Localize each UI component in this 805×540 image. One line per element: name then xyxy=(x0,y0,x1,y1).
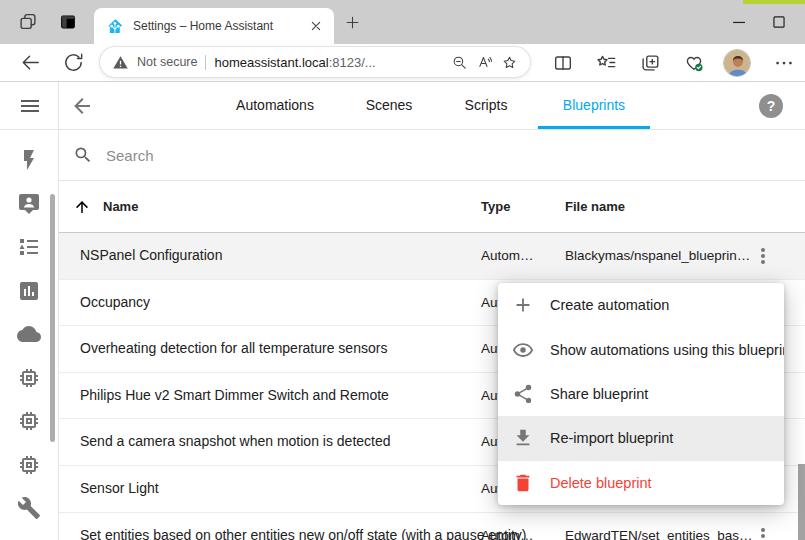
table-header: Name Type File name xyxy=(59,181,805,233)
workspace-accent-strip xyxy=(743,0,805,4)
sidebar-item-hardware-3[interactable] xyxy=(17,453,41,477)
plus-icon xyxy=(512,294,534,316)
eye-icon xyxy=(512,339,534,361)
table-row[interactable]: NSPanel ConfigurationAutom…Blackymas/nsp… xyxy=(59,233,805,280)
search-bar[interactable] xyxy=(59,130,805,181)
browser-titlebar: Settings – Home Assistant xyxy=(0,0,805,44)
favorites-icon[interactable] xyxy=(595,52,617,74)
tab-actions-icon[interactable] xyxy=(57,11,79,33)
column-header-type[interactable]: Type xyxy=(481,181,510,232)
menu-item-label: Re-import blueprint xyxy=(550,430,673,446)
sidebar-item-hardware-1[interactable] xyxy=(17,366,41,390)
sidebar-item-cloud[interactable] xyxy=(17,322,41,346)
menu-item-re-import-blueprint[interactable]: Re-import blueprint xyxy=(498,416,784,460)
tab-scenes[interactable]: Scenes xyxy=(366,82,413,129)
column-header-name[interactable]: Name xyxy=(103,181,138,232)
back-icon[interactable] xyxy=(19,51,42,74)
more-menu-icon[interactable] xyxy=(773,52,795,74)
menu-item-share-blueprint[interactable]: Share blueprint xyxy=(498,372,784,416)
split-screen-icon[interactable] xyxy=(552,52,574,74)
not-secure-warning-icon[interactable] xyxy=(112,54,129,71)
dots-vertical-icon xyxy=(751,244,775,268)
sidebar-item-logbook[interactable] xyxy=(17,235,41,259)
download-icon xyxy=(512,427,534,449)
menu-item-label: Delete blueprint xyxy=(550,475,652,491)
sidebar-scrollbar[interactable] xyxy=(50,194,55,442)
cell-type: Autom… xyxy=(481,233,553,279)
cell-name: NSPanel Configuration xyxy=(80,233,222,279)
cell-name: Philips Hue v2 Smart Dimmer Switch and R… xyxy=(80,373,389,419)
wrench-icon xyxy=(17,496,41,520)
cell-file: Blackymas/nspanel_blueprin… xyxy=(565,233,770,279)
chart-box-icon xyxy=(17,279,41,303)
chip-icon xyxy=(17,409,41,433)
cell-name: Set entities based on other entities new… xyxy=(80,513,526,540)
person-badge-icon xyxy=(17,192,41,216)
tab-automations[interactable]: Automations xyxy=(236,82,314,129)
active-tab-underline xyxy=(538,126,650,129)
browser-toolbar: Not secure homeassistant.local:8123/... xyxy=(0,44,805,82)
row-overflow-button[interactable] xyxy=(751,244,775,268)
cell-name: Sensor Light xyxy=(80,466,159,512)
refresh-icon[interactable] xyxy=(62,51,85,74)
tab-title: Settings – Home Assistant xyxy=(133,19,299,33)
view-tabs: AutomationsScenesScriptsBlueprints xyxy=(0,82,805,129)
workspaces-icon[interactable] xyxy=(17,11,39,33)
security-label: Not secure xyxy=(137,55,197,69)
flash-icon xyxy=(17,148,41,172)
cell-name: Overheating detection for all temperatur… xyxy=(80,326,387,372)
address-divider xyxy=(205,55,206,70)
tab-scripts[interactable]: Scripts xyxy=(465,82,508,129)
help-icon[interactable]: ? xyxy=(759,94,783,118)
tab-blueprints[interactable]: Blueprints xyxy=(563,82,625,129)
sort-ascending-icon[interactable] xyxy=(73,198,91,216)
new-tab-icon[interactable] xyxy=(344,14,361,31)
browser-tab[interactable]: Settings – Home Assistant xyxy=(94,8,334,44)
browser-window: Settings – Home Assistant Not secure xyxy=(0,0,805,540)
menu-item-show-automations-using-this-blueprint[interactable]: Show automations using this blueprint xyxy=(498,327,784,371)
collections-icon[interactable] xyxy=(639,52,661,74)
search-icon xyxy=(73,145,93,165)
zoom-out-icon[interactable] xyxy=(451,54,468,71)
maximize-icon[interactable] xyxy=(768,11,790,33)
share-icon xyxy=(512,383,534,405)
close-tab-icon[interactable] xyxy=(308,18,324,34)
row-overflow-button[interactable] xyxy=(751,524,775,540)
url-text[interactable]: homeassistant.local:8123/... xyxy=(214,55,443,70)
context-menu: Create automationShow automations using … xyxy=(498,283,784,505)
sidebar-item-tools[interactable] xyxy=(17,496,41,520)
cell-type: Autom… xyxy=(481,513,553,540)
ha-app-header: AutomationsScenesScriptsBlueprints ? xyxy=(0,82,805,130)
favorite-star-icon[interactable] xyxy=(501,54,518,71)
table-row[interactable]: Set entities based on other entities new… xyxy=(59,513,805,540)
chip-icon xyxy=(17,366,41,390)
trash-icon xyxy=(512,472,534,494)
sidebar-item-hardware-2[interactable] xyxy=(17,409,41,433)
read-aloud-icon[interactable] xyxy=(476,54,493,71)
cloud-icon xyxy=(17,322,41,346)
content-scrollbar[interactable] xyxy=(798,464,805,540)
cell-name: Occupancy xyxy=(80,280,150,326)
search-input[interactable] xyxy=(106,147,506,164)
sidebar-item-history[interactable] xyxy=(17,279,41,303)
home-assistant-favicon xyxy=(107,18,124,35)
sidebar-item-energy[interactable] xyxy=(17,148,41,172)
column-header-file[interactable]: File name xyxy=(565,181,625,232)
address-bar[interactable]: Not secure homeassistant.local:8123/... xyxy=(100,47,530,77)
cell-file: EdwardTEN/set_entities_bas… xyxy=(565,513,770,540)
menu-item-label: Create automation xyxy=(550,297,669,313)
dots-vertical-icon xyxy=(751,524,775,540)
cell-name: Send a camera snapshot when motion is de… xyxy=(80,419,391,465)
menu-item-label: Show automations using this blueprint xyxy=(550,342,784,358)
url-suffix: :8123/... xyxy=(329,55,376,70)
list-type-icon xyxy=(17,235,41,259)
profile-avatar[interactable] xyxy=(723,49,751,77)
menu-item-label: Share blueprint xyxy=(550,386,648,402)
url-host: homeassistant.local xyxy=(214,55,328,70)
menu-item-create-automation[interactable]: Create automation xyxy=(498,283,784,327)
sidebar-item-person-badge[interactable] xyxy=(17,192,41,216)
minimize-icon[interactable] xyxy=(728,11,750,33)
browser-essentials-icon[interactable] xyxy=(683,52,705,74)
menu-item-delete-blueprint[interactable]: Delete blueprint xyxy=(498,461,784,505)
chip-icon xyxy=(17,453,41,477)
